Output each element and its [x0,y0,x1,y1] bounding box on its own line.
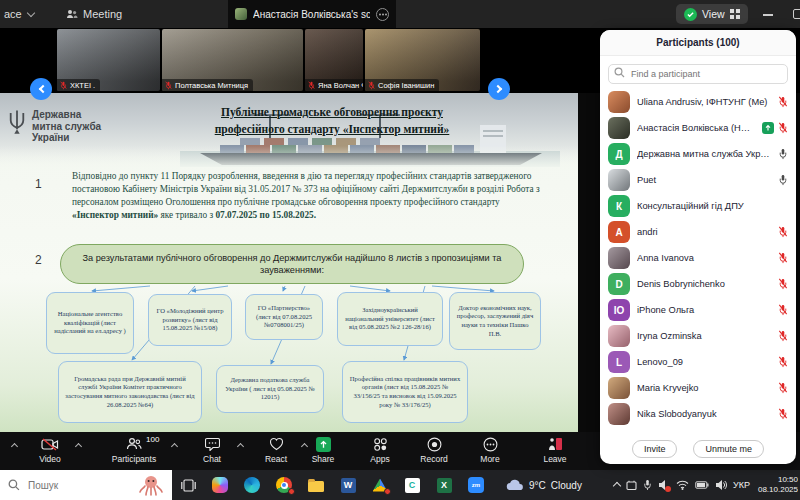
tray-mic-icon[interactable] [643,479,652,491]
video-thumbnail[interactable]: ХКТЕІ . [57,29,160,91]
react-button[interactable]: React [256,436,296,464]
tray-expand-icon[interactable] [613,482,621,490]
avatar [608,169,630,191]
tab-meeting[interactable]: Meeting [66,0,122,28]
language-indicator[interactable]: УКР [733,480,750,490]
mic-muted-icon [778,278,788,290]
unmute-me-button[interactable]: Unmute me [693,440,764,458]
apps-button[interactable]: Apps [360,436,400,464]
excel-icon[interactable]: X [433,473,455,497]
proposal-box: Державна податкова служба України ( лист… [216,365,324,413]
c-app-icon[interactable]: C [401,473,423,497]
word-icon[interactable]: W [337,473,359,497]
notification-badge [384,488,391,495]
chevron-right-icon [493,85,501,93]
video-name-label: Софія Іванишин [365,79,439,91]
participant-row[interactable]: A andri [608,219,788,245]
edge-browser-icon[interactable] [241,473,263,497]
video-thumbnail[interactable]: Яна Волчан ФСМП [305,29,363,91]
google-drive-icon[interactable] [369,473,391,497]
task-view-button[interactable] [177,473,199,497]
screen-preview-icon [235,8,247,20]
tray-battery-icon[interactable] [695,481,709,489]
mic-options-caret-icon[interactable] [11,443,18,450]
participant-name: Nika Slobodyanyuk [637,409,771,419]
participant-status-icons [778,304,788,316]
participant-row[interactable]: Uliana Andrusiv, ІФНТУНГ (Me) [608,89,788,115]
taskbar-clock[interactable]: 10:5008.10.2025 [756,475,798,495]
participant-name: Puet [637,175,771,185]
participants-panel: Participants (100) Uliana Andrusiv, ІФНТ… [600,30,796,464]
tray-speaker-muted-icon[interactable] [658,479,670,491]
taskbar-search-box[interactable] [0,470,172,500]
more-button[interactable]: More [470,436,510,464]
record-button[interactable]: Record [412,436,456,464]
leave-button[interactable]: Leave [533,436,577,464]
view-button-label: View [702,8,725,20]
taskbar-search-input[interactable] [26,479,118,492]
participants-button[interactable]: 100 Participants [103,436,165,464]
participant-name: Державна митна служба України [637,149,771,159]
participant-name: Denis Bobrynichenko [637,279,771,289]
participant-row[interactable]: Iryna Ozminska [608,323,788,349]
avatar: Д [608,143,630,165]
clock-time: 10:50 [778,475,798,484]
search-input[interactable] [608,64,788,84]
video-thumbnail[interactable]: Полтавська Митниця [162,29,303,91]
invite-button[interactable]: Invite [632,440,678,458]
participants-options-caret-icon[interactable] [171,443,178,450]
participants-panel-footer: Invite Unmute me [600,434,796,464]
participant-row[interactable]: Анастасія Волківська (Host) [608,115,788,141]
tray-window-icon[interactable] [626,480,637,491]
tab-options-icon[interactable] [376,8,389,21]
chrome-browser-icon[interactable] [273,473,295,497]
participant-row[interactable]: L Lenovo_09 [608,349,788,375]
next-videos-button[interactable] [488,78,510,100]
video-options-caret-icon[interactable] [75,443,82,450]
mic-muted-icon [778,408,788,420]
workspace-label[interactable]: ace [4,8,22,20]
mic-icon [778,148,788,160]
participant-row[interactable]: IO iPhone Ольга [608,297,788,323]
participant-row[interactable]: Д Державна митна служба України [608,141,788,167]
tray-wifi-icon[interactable] [676,480,689,490]
chat-options-caret-icon[interactable] [237,443,244,450]
avatar [608,403,630,425]
more-icon [483,437,498,452]
restore-button[interactable] [793,9,800,19]
chat-button[interactable]: Chat [192,436,232,464]
participant-name: Анастасія Волківська (Host) [637,123,755,133]
video-thumbnail[interactable]: Софія Іванишин [365,29,480,91]
participant-status-icons [778,96,788,108]
participant-status-icons [778,174,788,186]
copilot-icon[interactable] [209,473,231,497]
weather-widget[interactable]: 9°C Cloudy [506,479,582,491]
slide-paragraph: Відповідно до пункту 11 Порядку розробле… [72,170,548,222]
mic-muted-icon [308,81,315,90]
search-icon [614,67,625,78]
participant-row[interactable]: К Консультаційний гід ДПУ [608,193,788,219]
participant-row[interactable]: D Denis Bobrynichenko [608,271,788,297]
share-button[interactable]: Share [303,436,343,464]
file-explorer-icon[interactable] [305,473,327,497]
tab-shared-screen[interactable]: Анастасія Волківська's screen [228,0,396,28]
proposal-box: Громадська рада при Державній митній слу… [58,361,202,423]
chevron-down-icon[interactable] [27,8,35,16]
tray-volume-icon[interactable] [715,479,727,491]
notification-badge [288,488,295,495]
proposal-box: Професійна спілка працівників митних орг… [342,361,468,423]
avatar [608,117,630,139]
video-button[interactable]: Video [30,436,70,464]
previous-videos-button[interactable] [30,78,52,100]
view-button[interactable]: View [676,4,748,24]
participant-row[interactable]: Nika Slobodyanyuk [608,401,788,427]
mic-muted-icon [778,304,788,316]
react-button-label: React [265,454,287,464]
minimize-button[interactable] [763,14,773,16]
mic-muted-icon [778,382,788,394]
record-button-label: Record [420,454,447,464]
participant-row[interactable]: Maria Kryvejko [608,375,788,401]
participant-row[interactable]: Anna Ivanova [608,245,788,271]
zoom-app-icon[interactable]: zm [465,473,487,497]
participant-row[interactable]: Puet [608,167,788,193]
